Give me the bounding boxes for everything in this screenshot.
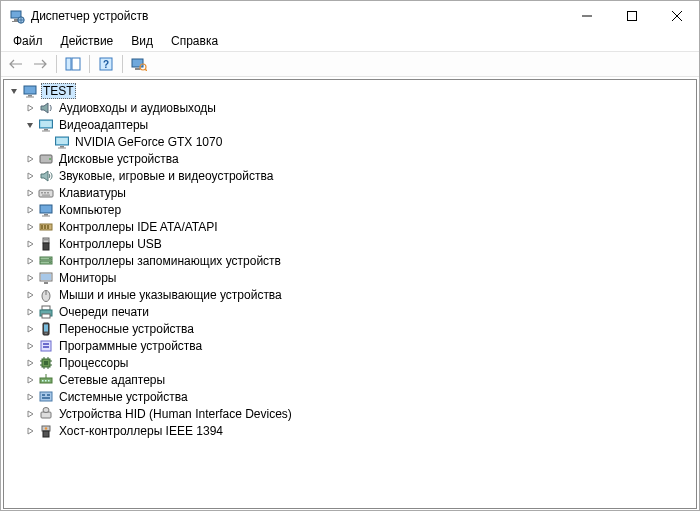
svg-rect-80 (47, 394, 50, 396)
tree-category[interactable]: Видеоадаптеры (4, 116, 696, 133)
tree-category[interactable]: Переносные устройства (4, 320, 696, 337)
window-controls (564, 1, 699, 31)
tree-category[interactable]: Программные устройства (4, 337, 696, 354)
tree-category-label: Мониторы (57, 270, 118, 286)
tree-category[interactable]: Мыши и иные указывающие устройства (4, 286, 696, 303)
expand-collapse-icon[interactable] (24, 340, 36, 352)
tree-category[interactable]: Мониторы (4, 269, 696, 286)
svg-rect-76 (48, 380, 50, 382)
tree-category[interactable]: Системные устройства (4, 388, 696, 405)
firewire-icon (38, 423, 54, 439)
tree-category[interactable]: Клавиатуры (4, 184, 696, 201)
show-hide-console-button[interactable] (62, 53, 84, 75)
svg-rect-51 (44, 282, 48, 284)
monitor-icon (38, 270, 54, 286)
tree-category-label: Процессоры (57, 355, 131, 371)
svg-point-83 (43, 407, 49, 412)
svg-rect-34 (40, 205, 52, 213)
expand-collapse-icon[interactable] (24, 255, 36, 267)
svg-rect-54 (42, 306, 50, 310)
expand-collapse-icon[interactable] (24, 289, 36, 301)
tree-category[interactable]: Сетевые адаптеры (4, 371, 696, 388)
maximize-button[interactable] (609, 1, 654, 31)
device-tree[interactable]: TESTАудиовходы и аудиовыходыВидеоадаптер… (3, 79, 697, 509)
toolbar-separator (56, 55, 57, 73)
menu-view[interactable]: Вид (123, 32, 161, 50)
expand-collapse-icon[interactable] (24, 425, 36, 437)
mouse-icon (38, 287, 54, 303)
expand-collapse-icon[interactable] (24, 187, 36, 199)
forward-button[interactable] (29, 53, 51, 75)
svg-point-28 (49, 158, 51, 160)
svg-rect-42 (43, 243, 49, 250)
expand-collapse-icon[interactable] (8, 85, 20, 97)
computer-icon (22, 83, 38, 99)
tree-category[interactable]: Контроллеры запоминающих устройств (4, 252, 696, 269)
svg-rect-40 (47, 225, 49, 229)
tree-category[interactable]: Звуковые, игровые и видеоустройства (4, 167, 696, 184)
close-button[interactable] (654, 1, 699, 31)
tree-category[interactable]: Процессоры (4, 354, 696, 371)
svg-rect-61 (43, 343, 49, 345)
svg-rect-56 (42, 314, 50, 318)
cpu-icon (38, 355, 54, 371)
tree-category-label: Дисковые устройства (57, 151, 181, 167)
tree-category-label: Программные устройства (57, 338, 204, 354)
tree-root[interactable]: TEST (4, 82, 696, 99)
menu-file[interactable]: Файл (5, 32, 51, 50)
tree-device[interactable]: NVIDIA GeForce GTX 1070 (4, 133, 696, 150)
expand-collapse-icon[interactable] (24, 408, 36, 420)
tree-category[interactable]: Компьютер (4, 201, 696, 218)
svg-rect-32 (47, 192, 49, 194)
tree-category[interactable]: Контроллеры USB (4, 235, 696, 252)
tree-category-label: Очереди печати (57, 304, 151, 320)
svg-rect-26 (58, 147, 66, 148)
expand-collapse-icon[interactable] (24, 102, 36, 114)
back-button[interactable] (5, 53, 27, 75)
audio-icon (38, 100, 54, 116)
svg-rect-79 (42, 394, 45, 396)
tree-category[interactable]: Очереди печати (4, 303, 696, 320)
svg-rect-41 (43, 238, 49, 243)
svg-rect-16 (24, 86, 36, 94)
tree-category-label: Аудиовходы и аудиовыходы (57, 100, 218, 116)
svg-rect-85 (43, 431, 49, 437)
menu-help[interactable]: Справка (163, 32, 226, 50)
expand-collapse-icon[interactable] (24, 391, 36, 403)
svg-rect-74 (42, 380, 44, 382)
help-button[interactable]: ? (95, 53, 117, 75)
svg-rect-78 (40, 392, 52, 401)
expand-collapse-icon[interactable] (24, 323, 36, 335)
menu-bar: Файл Действие Вид Справка (1, 31, 699, 51)
tree-category[interactable]: Контроллеры IDE ATA/ATAPI (4, 218, 696, 235)
storage-icon (38, 253, 54, 269)
minimize-button[interactable] (564, 1, 609, 31)
expand-collapse-icon[interactable] (24, 272, 36, 284)
display-icon (54, 134, 70, 150)
tree-category[interactable]: Дисковые устройства (4, 150, 696, 167)
scan-hardware-button[interactable] (128, 53, 150, 75)
controller-icon (38, 219, 54, 235)
menu-action[interactable]: Действие (53, 32, 122, 50)
tree-category[interactable]: Аудиовходы и аудиовыходы (4, 99, 696, 116)
svg-rect-75 (45, 380, 47, 382)
svg-rect-18 (26, 96, 34, 97)
expand-collapse-icon[interactable] (24, 306, 36, 318)
svg-rect-44 (47, 239, 48, 241)
tree-category-label: Клавиатуры (57, 185, 128, 201)
expand-collapse-icon[interactable] (24, 221, 36, 233)
tree-category[interactable]: Хост-контроллеры IEEE 1394 (4, 422, 696, 439)
network-icon (38, 372, 54, 388)
expand-collapse-icon[interactable] (24, 153, 36, 165)
expand-collapse-icon[interactable] (24, 374, 36, 386)
expand-collapse-icon[interactable] (24, 119, 36, 131)
expand-collapse-icon[interactable] (24, 238, 36, 250)
tree-category[interactable]: Устройства HID (Human Interface Devices) (4, 405, 696, 422)
keyboard-icon (38, 185, 54, 201)
expand-collapse-icon[interactable] (24, 170, 36, 182)
svg-rect-81 (42, 397, 50, 399)
system-icon (38, 389, 54, 405)
expand-collapse-icon[interactable] (24, 204, 36, 216)
hid-icon (38, 406, 54, 422)
expand-collapse-icon[interactable] (24, 357, 36, 369)
